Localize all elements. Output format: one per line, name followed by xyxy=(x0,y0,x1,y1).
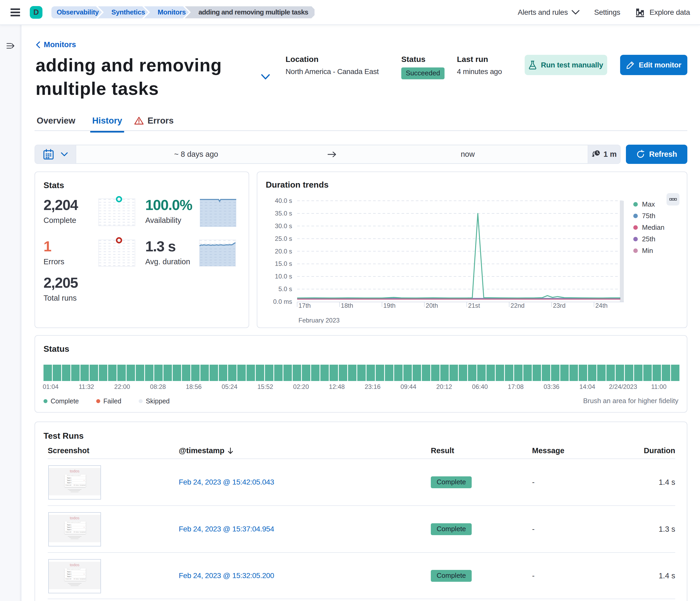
status-block[interactable] xyxy=(616,365,624,381)
test-run-timestamp-link[interactable]: Feb 24, 2023 @ 15:37:04.954 xyxy=(179,506,274,552)
breadcrumb-item[interactable]: Synthetics xyxy=(98,6,148,19)
status-block[interactable] xyxy=(588,365,596,381)
status-block[interactable] xyxy=(154,365,163,381)
run-test-manually-button[interactable]: Run test manually xyxy=(525,55,607,75)
status-block[interactable] xyxy=(570,365,578,381)
status-block[interactable] xyxy=(339,365,347,381)
status-block[interactable] xyxy=(164,365,172,381)
status-block[interactable] xyxy=(348,365,356,381)
status-block[interactable] xyxy=(145,365,153,381)
status-block[interactable] xyxy=(80,365,89,381)
status-block[interactable] xyxy=(71,365,80,381)
status-block[interactable] xyxy=(403,365,412,381)
status-block[interactable] xyxy=(579,365,587,381)
col-timestamp[interactable]: @timestamp xyxy=(179,446,233,455)
edit-monitor-button[interactable]: Edit monitor xyxy=(620,55,688,75)
status-block[interactable] xyxy=(136,365,144,381)
status-heatmap[interactable] xyxy=(44,365,679,381)
status-block[interactable] xyxy=(247,365,255,381)
status-block[interactable] xyxy=(606,365,615,381)
status-block[interactable] xyxy=(450,365,458,381)
screenshot-thumbnail[interactable]: todos What needs to be done? Task 1 Task… xyxy=(48,465,101,500)
menu-icon[interactable] xyxy=(10,8,20,16)
status-block[interactable] xyxy=(643,365,652,381)
result-badge[interactable]: Complete xyxy=(431,570,472,582)
expand-menu-icon[interactable] xyxy=(7,43,15,49)
status-block[interactable] xyxy=(496,365,504,381)
refresh-button[interactable]: Refresh xyxy=(626,145,688,164)
status-block[interactable] xyxy=(311,365,320,381)
status-block[interactable] xyxy=(551,365,559,381)
date-quick-select-button[interactable] xyxy=(35,145,76,163)
legend-item-min[interactable]: Min xyxy=(633,245,665,256)
status-block[interactable] xyxy=(625,365,633,381)
legend-item-25th[interactable]: 25th xyxy=(633,233,665,245)
status-block[interactable] xyxy=(523,365,532,381)
status-block[interactable] xyxy=(385,365,393,381)
status-block[interactable] xyxy=(62,365,70,381)
status-block[interactable] xyxy=(422,365,430,381)
status-block[interactable] xyxy=(173,365,181,381)
duration-trends-chart[interactable]: 0.0 ms5.0 s10.0 s15.0 s20.0 s25.0 s30.0 … xyxy=(266,197,630,323)
status-block[interactable] xyxy=(486,365,495,381)
status-block[interactable] xyxy=(237,365,246,381)
screenshot-thumbnail[interactable]: todos What needs to be done? Task 1 Task… xyxy=(48,559,101,593)
legend-item-median[interactable]: Median xyxy=(633,221,665,233)
status-block[interactable] xyxy=(219,365,227,381)
status-block[interactable] xyxy=(477,365,486,381)
status-block[interactable] xyxy=(108,365,117,381)
status-legend-item-failed[interactable]: Failed xyxy=(96,397,121,405)
status-block[interactable] xyxy=(53,365,61,381)
status-legend-item-complete[interactable]: Complete xyxy=(44,397,79,405)
tab-history[interactable]: History xyxy=(90,112,124,133)
status-block[interactable] xyxy=(634,365,643,381)
legend-actions-button[interactable] xyxy=(667,193,679,206)
status-block[interactable] xyxy=(671,365,679,381)
status-block[interactable] xyxy=(99,365,107,381)
status-block[interactable] xyxy=(117,365,126,381)
status-block[interactable] xyxy=(468,365,476,381)
refresh-interval-button[interactable]: 1 m xyxy=(588,145,620,163)
status-block[interactable] xyxy=(44,365,52,381)
status-block[interactable] xyxy=(412,365,421,381)
status-block[interactable] xyxy=(228,365,236,381)
breadcrumb-item[interactable]: Observability xyxy=(51,6,102,19)
legend-item-75th[interactable]: 75th xyxy=(633,210,665,221)
status-block[interactable] xyxy=(320,365,329,381)
status-block[interactable] xyxy=(376,365,384,381)
status-block[interactable] xyxy=(274,365,283,381)
status-block[interactable] xyxy=(440,365,449,381)
status-block[interactable] xyxy=(560,365,569,381)
back-to-monitors-link[interactable]: Monitors xyxy=(36,40,76,49)
status-block[interactable] xyxy=(302,365,310,381)
status-block[interactable] xyxy=(283,365,292,381)
status-block[interactable] xyxy=(431,365,440,381)
alerts-and-rules-menu[interactable]: Alerts and rules xyxy=(518,8,579,17)
space-avatar[interactable]: D xyxy=(30,6,43,19)
status-block[interactable] xyxy=(542,365,550,381)
status-block[interactable] xyxy=(532,365,541,381)
result-badge[interactable]: Complete xyxy=(431,476,472,488)
status-block[interactable] xyxy=(191,365,200,381)
status-block[interactable] xyxy=(293,365,301,381)
tab-overview[interactable]: Overview xyxy=(34,112,77,133)
status-legend-item-skipped[interactable]: Skipped xyxy=(139,397,170,405)
status-block[interactable] xyxy=(182,365,190,381)
status-block[interactable] xyxy=(357,365,366,381)
status-block[interactable] xyxy=(256,365,264,381)
test-run-timestamp-link[interactable]: Feb 24, 2023 @ 15:42:05.043 xyxy=(179,459,274,505)
settings-link[interactable]: Settings xyxy=(594,8,620,17)
legend-item-max[interactable]: Max xyxy=(633,199,665,210)
result-badge[interactable]: Complete xyxy=(431,523,472,535)
status-block[interactable] xyxy=(394,365,403,381)
status-block[interactable] xyxy=(90,365,98,381)
status-block[interactable] xyxy=(597,365,606,381)
status-block[interactable] xyxy=(209,365,218,381)
status-block[interactable] xyxy=(514,365,523,381)
title-chevron-down-icon[interactable] xyxy=(261,74,270,80)
date-end-input[interactable]: now xyxy=(348,145,588,163)
status-block[interactable] xyxy=(662,365,670,381)
status-block[interactable] xyxy=(653,365,661,381)
explore-data-link[interactable]: Explore data xyxy=(635,7,690,17)
breadcrumb-item[interactable]: Monitors xyxy=(144,6,189,19)
